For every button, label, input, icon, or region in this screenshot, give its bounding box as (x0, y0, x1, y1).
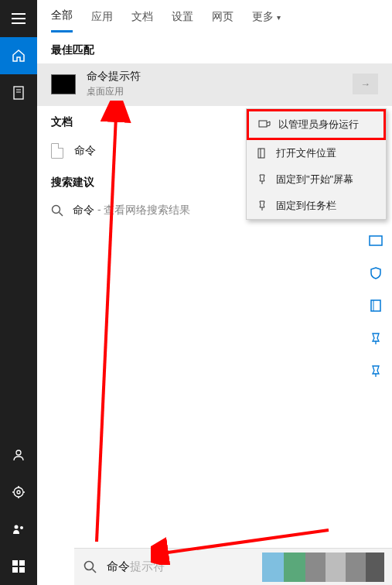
svg-point-24 (85, 561, 94, 570)
sidebar (0, 0, 37, 585)
file-icon (51, 143, 63, 159)
suggestion-text: 命令 - 查看网络搜索结果 (73, 204, 190, 217)
tab-web[interactable]: 网页 (212, 2, 233, 32)
ctx-label: 以管理员身份运行 (278, 118, 359, 132)
svg-rect-17 (12, 567, 18, 573)
svg-rect-26 (259, 121, 267, 127)
filter-tabs: 全部 应用 文档 设置 网页 更多 ▾ (37, 0, 392, 34)
svg-rect-1 (12, 18, 26, 19)
best-match-subtitle: 桌面应用 (87, 85, 141, 98)
ctx-open-location[interactable]: 打开文件位置 (247, 140, 386, 166)
settings-button[interactable] (0, 474, 37, 511)
search-icon (51, 204, 63, 217)
ctx-run-as-admin[interactable]: 以管理员身份运行 (247, 109, 386, 140)
pin-icon-b[interactable] (367, 362, 384, 379)
svg-rect-18 (19, 567, 25, 573)
chevron-down-icon: ▾ (277, 13, 281, 22)
svg-line-25 (93, 569, 97, 573)
svg-line-20 (60, 213, 63, 217)
svg-point-6 (16, 450, 21, 455)
svg-point-14 (20, 526, 23, 529)
censored-taskbar (262, 552, 384, 582)
tab-all[interactable]: 全部 (51, 1, 73, 32)
cmd-prompt-icon (51, 74, 76, 94)
svg-rect-21 (370, 236, 382, 245)
user-button[interactable] (0, 436, 37, 474)
svg-rect-27 (258, 149, 264, 158)
search-input[interactable]: 命令提示符 (107, 559, 165, 574)
ctx-pin-taskbar[interactable]: 固定到任务栏 (247, 193, 386, 219)
tab-settings[interactable]: 设置 (172, 2, 193, 32)
window-icon[interactable] (367, 232, 384, 249)
best-match-title: 命令提示符 (87, 70, 141, 84)
page-button[interactable] (0, 74, 37, 111)
context-menu: 以管理员身份运行 打开文件位置 固定到"开始"屏幕 固定到任务栏 (246, 108, 387, 220)
svg-rect-22 (371, 300, 380, 311)
svg-rect-15 (12, 560, 18, 566)
pin-icon-a[interactable] (367, 330, 384, 347)
home-button[interactable] (0, 37, 37, 74)
svg-rect-0 (12, 13, 26, 15)
svg-point-8 (17, 491, 20, 494)
tab-apps[interactable]: 应用 (91, 2, 113, 32)
shield-icon[interactable] (367, 265, 384, 282)
svg-rect-3 (14, 87, 23, 99)
best-match-item[interactable]: 命令提示符 桌面应用 → (37, 63, 392, 106)
svg-point-13 (15, 525, 19, 529)
pin-start-icon (256, 173, 268, 186)
book-icon[interactable] (367, 297, 384, 314)
ctx-label: 打开文件位置 (276, 146, 336, 160)
pin-taskbar-icon (256, 200, 268, 212)
folder-icon (256, 147, 268, 159)
ctx-label: 固定到"开始"屏幕 (276, 173, 353, 186)
tab-docs[interactable]: 文档 (131, 2, 153, 32)
ctx-label: 固定到任务栏 (276, 199, 336, 213)
search-icon (84, 560, 97, 574)
svg-point-19 (53, 206, 60, 214)
tab-more[interactable]: 更多 ▾ (252, 2, 281, 32)
main-panel: 全部 应用 文档 设置 网页 更多 ▾ 最佳匹配 命令提示符 桌面应用 → 文档… (37, 0, 392, 585)
menu-button[interactable] (0, 0, 37, 37)
svg-point-7 (14, 488, 23, 497)
expand-arrow-button[interactable]: → (353, 74, 378, 94)
document-label: 命令 (74, 144, 96, 158)
right-toolbar (367, 232, 384, 379)
start-button[interactable] (0, 548, 37, 585)
admin-icon (258, 118, 271, 131)
svg-rect-16 (19, 560, 25, 566)
best-match-heading: 最佳匹配 (37, 34, 392, 63)
svg-rect-2 (12, 22, 26, 24)
ctx-pin-start[interactable]: 固定到"开始"屏幕 (247, 166, 386, 193)
people-button[interactable] (0, 511, 37, 548)
